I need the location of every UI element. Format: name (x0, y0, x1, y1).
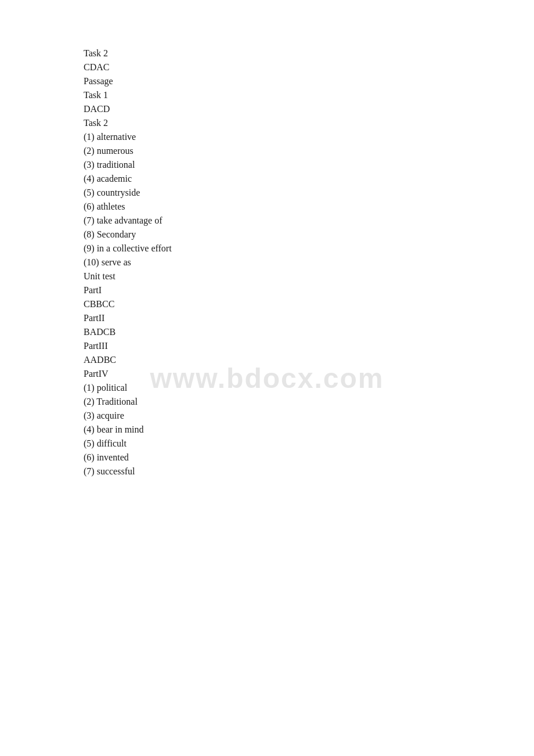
text-line-pitem4: (4) bear in mind (84, 423, 534, 437)
text-line-pitem1: (1) political (84, 381, 534, 395)
text-line-item4: (4) academic (84, 172, 534, 186)
text-line-pitem5: (5) difficult (84, 437, 534, 451)
text-line-aadbc: AADBC (84, 353, 534, 367)
text-line-passage: Passage (84, 74, 534, 88)
text-line-part2: PartII (84, 311, 534, 325)
text-line-pitem2: (2) Traditional (84, 395, 534, 409)
text-line-item2: (2) numerous (84, 144, 534, 158)
text-line-pitem3: (3) acquire (84, 409, 534, 423)
text-line-item8: (8) Secondary (84, 228, 534, 242)
text-line-task2-1: Task 2 (84, 46, 534, 60)
text-line-item7: (7) take advantage of (84, 214, 534, 228)
text-line-part1: PartI (84, 283, 534, 297)
text-line-cdac: CDAC (84, 60, 534, 74)
text-line-task2-2: Task 2 (84, 116, 534, 130)
text-line-part3: PartIII (84, 339, 534, 353)
text-line-item5: (5) countryside (84, 186, 534, 200)
text-line-item10: (10) serve as (84, 255, 534, 269)
text-line-item3: (3) traditional (84, 158, 534, 172)
content-area: Task 2CDACPassageTask 1DACDTask 2(1) alt… (0, 0, 534, 525)
text-line-item1: (1) alternative (84, 130, 534, 144)
text-line-item9: (9) in a collective effort (84, 242, 534, 255)
text-line-dacd: DACD (84, 102, 534, 116)
text-line-pitem7: (7) successful (84, 465, 534, 478)
text-line-item6: (6) athletes (84, 200, 534, 214)
text-line-part4: PartIV (84, 367, 534, 381)
text-line-cbbcc: CBBCC (84, 297, 534, 311)
text-line-badcb: BADCB (84, 325, 534, 339)
text-line-task1: Task 1 (84, 88, 534, 102)
text-line-unit-test: Unit test (84, 269, 534, 283)
text-line-pitem6: (6) invented (84, 451, 534, 465)
